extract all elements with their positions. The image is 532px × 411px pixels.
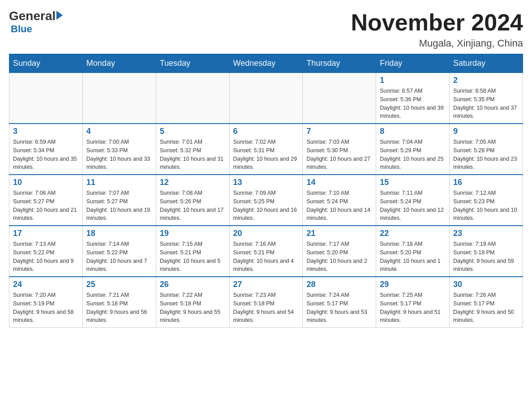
day-number: 17 [13,229,79,238]
calendar-cell: 21Sunrise: 7:17 AM Sunset: 5:20 PM Dayli… [303,226,376,277]
calendar-cell: 13Sunrise: 7:09 AM Sunset: 5:25 PM Dayli… [229,175,303,226]
day-number: 19 [160,229,226,238]
day-info: Sunrise: 6:59 AM Sunset: 5:34 PM Dayligh… [13,138,79,171]
day-number: 20 [233,229,299,238]
calendar-table: SundayMondayTuesdayWednesdayThursdayFrid… [9,54,523,328]
calendar-cell [303,73,376,124]
week-row-5: 24Sunrise: 7:20 AM Sunset: 5:19 PM Dayli… [9,277,523,328]
day-number: 15 [380,178,446,187]
calendar-cell: 6Sunrise: 7:02 AM Sunset: 5:31 PM Daylig… [229,124,303,175]
title-area: November 2024 Mugala, Xinjiang, China [351,9,523,49]
day-number: 24 [13,280,79,289]
day-info: Sunrise: 7:12 AM Sunset: 5:23 PM Dayligh… [453,189,519,223]
day-info: Sunrise: 7:21 AM Sunset: 5:18 PM Dayligh… [86,291,152,325]
day-info: Sunrise: 7:15 AM Sunset: 5:21 PM Dayligh… [160,240,226,274]
calendar-cell: 9Sunrise: 7:05 AM Sunset: 5:28 PM Daylig… [450,124,523,175]
day-number: 18 [86,229,152,238]
day-number: 6 [233,127,299,136]
day-info: Sunrise: 7:16 AM Sunset: 5:21 PM Dayligh… [233,240,299,274]
day-info: Sunrise: 7:07 AM Sunset: 5:27 PM Dayligh… [86,189,152,223]
weekday-header-sunday: Sunday [9,54,83,73]
day-info: Sunrise: 7:17 AM Sunset: 5:20 PM Dayligh… [306,240,372,274]
day-info: Sunrise: 7:23 AM Sunset: 5:18 PM Dayligh… [233,291,299,325]
day-info: Sunrise: 7:05 AM Sunset: 5:28 PM Dayligh… [453,138,519,171]
page-header: General Blue November 2024 Mugala, Xinji… [9,9,523,49]
day-number: 26 [160,280,226,289]
calendar-cell: 4Sunrise: 7:00 AM Sunset: 5:33 PM Daylig… [82,124,156,175]
weekday-header-row: SundayMondayTuesdayWednesdayThursdayFrid… [9,54,523,73]
week-row-4: 17Sunrise: 7:13 AM Sunset: 5:22 PM Dayli… [9,226,523,277]
day-info: Sunrise: 7:04 AM Sunset: 5:29 PM Dayligh… [380,138,446,171]
calendar-cell: 20Sunrise: 7:16 AM Sunset: 5:21 PM Dayli… [229,226,303,277]
calendar-cell: 11Sunrise: 7:07 AM Sunset: 5:27 PM Dayli… [82,175,156,226]
day-number: 30 [453,280,519,289]
calendar-cell: 16Sunrise: 7:12 AM Sunset: 5:23 PM Dayli… [450,175,523,226]
day-number: 10 [13,178,79,187]
week-row-1: 1Sunrise: 6:57 AM Sunset: 5:36 PM Daylig… [9,73,523,124]
calendar-cell: 23Sunrise: 7:19 AM Sunset: 5:19 PM Dayli… [450,226,523,277]
week-row-2: 3Sunrise: 6:59 AM Sunset: 5:34 PM Daylig… [9,124,523,175]
day-info: Sunrise: 7:10 AM Sunset: 5:24 PM Dayligh… [306,189,372,223]
calendar-cell: 1Sunrise: 6:57 AM Sunset: 5:36 PM Daylig… [376,73,450,124]
weekday-header-tuesday: Tuesday [156,54,229,73]
weekday-header-friday: Friday [376,54,450,73]
calendar-cell: 24Sunrise: 7:20 AM Sunset: 5:19 PM Dayli… [9,277,83,328]
day-info: Sunrise: 6:57 AM Sunset: 5:36 PM Dayligh… [380,87,446,120]
day-number: 22 [380,229,446,238]
week-row-3: 10Sunrise: 7:06 AM Sunset: 5:27 PM Dayli… [9,175,523,226]
calendar-cell [82,73,156,124]
calendar-cell: 25Sunrise: 7:21 AM Sunset: 5:18 PM Dayli… [82,277,156,328]
calendar-cell: 29Sunrise: 7:25 AM Sunset: 5:17 PM Dayli… [376,277,450,328]
day-info: Sunrise: 7:00 AM Sunset: 5:33 PM Dayligh… [86,138,152,171]
day-number: 4 [86,127,152,136]
day-number: 16 [453,178,519,187]
calendar-cell: 30Sunrise: 7:26 AM Sunset: 5:17 PM Dayli… [450,277,523,328]
day-info: Sunrise: 7:24 AM Sunset: 5:17 PM Dayligh… [306,291,372,325]
day-info: Sunrise: 7:09 AM Sunset: 5:25 PM Dayligh… [233,189,299,223]
calendar-cell: 2Sunrise: 6:58 AM Sunset: 5:35 PM Daylig… [450,73,523,124]
day-info: Sunrise: 7:02 AM Sunset: 5:31 PM Dayligh… [233,138,299,171]
day-number: 1 [380,76,446,85]
day-number: 2 [453,76,519,85]
calendar-cell: 10Sunrise: 7:06 AM Sunset: 5:27 PM Dayli… [9,175,83,226]
day-info: Sunrise: 7:22 AM Sunset: 5:18 PM Dayligh… [160,291,226,325]
day-number: 8 [380,127,446,136]
weekday-header-thursday: Thursday [303,54,376,73]
day-info: Sunrise: 6:58 AM Sunset: 5:35 PM Dayligh… [453,87,519,120]
day-number: 27 [233,280,299,289]
logo-area: General Blue [9,9,63,35]
weekday-header-monday: Monday [82,54,156,73]
day-info: Sunrise: 7:20 AM Sunset: 5:19 PM Dayligh… [13,291,79,325]
logo: General [9,9,63,23]
calendar-cell: 26Sunrise: 7:22 AM Sunset: 5:18 PM Dayli… [156,277,229,328]
calendar-cell [9,73,83,124]
calendar-title: November 2024 [351,9,523,36]
day-info: Sunrise: 7:01 AM Sunset: 5:32 PM Dayligh… [160,138,226,171]
day-number: 23 [453,229,519,238]
calendar-cell: 5Sunrise: 7:01 AM Sunset: 5:32 PM Daylig… [156,124,229,175]
logo-arrow-icon [56,11,63,20]
day-info: Sunrise: 7:19 AM Sunset: 5:19 PM Dayligh… [453,240,519,274]
logo-blue-text: Blue [11,23,32,35]
calendar-cell: 8Sunrise: 7:04 AM Sunset: 5:29 PM Daylig… [376,124,450,175]
day-number: 29 [380,280,446,289]
day-info: Sunrise: 7:06 AM Sunset: 5:27 PM Dayligh… [13,189,79,223]
day-number: 12 [160,178,226,187]
calendar-cell: 12Sunrise: 7:08 AM Sunset: 5:26 PM Dayli… [156,175,229,226]
calendar-cell: 15Sunrise: 7:11 AM Sunset: 5:24 PM Dayli… [376,175,450,226]
calendar-cell: 7Sunrise: 7:03 AM Sunset: 5:30 PM Daylig… [303,124,376,175]
day-number: 25 [86,280,152,289]
calendar-cell: 28Sunrise: 7:24 AM Sunset: 5:17 PM Dayli… [303,277,376,328]
day-number: 28 [306,280,372,289]
day-number: 3 [13,127,79,136]
day-number: 14 [306,178,372,187]
calendar-cell: 27Sunrise: 7:23 AM Sunset: 5:18 PM Dayli… [229,277,303,328]
calendar-cell [229,73,303,124]
day-info: Sunrise: 7:13 AM Sunset: 5:22 PM Dayligh… [13,240,79,274]
day-number: 5 [160,127,226,136]
day-info: Sunrise: 7:03 AM Sunset: 5:30 PM Dayligh… [306,138,372,171]
logo-general-text: General [9,9,56,23]
day-info: Sunrise: 7:14 AM Sunset: 5:22 PM Dayligh… [86,240,152,274]
day-info: Sunrise: 7:25 AM Sunset: 5:17 PM Dayligh… [380,291,446,325]
calendar-cell: 3Sunrise: 6:59 AM Sunset: 5:34 PM Daylig… [9,124,83,175]
